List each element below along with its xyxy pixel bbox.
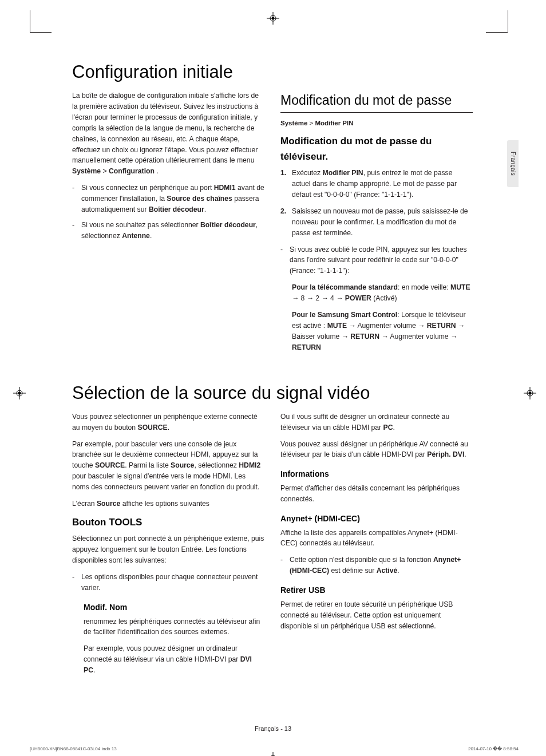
text: . [150, 232, 152, 240]
breadcrumb: Système > Modifier PIN [280, 118, 473, 129]
bold-mute: MUTE [450, 283, 470, 291]
breadcrumb-modifier-pin: Modifier PIN [315, 120, 353, 126]
bold-hdmi2: HDMI2 [239, 461, 260, 469]
informations-paragraph: Permet d'afficher des détails concernant… [280, 483, 473, 505]
bold-return: RETURN [292, 343, 321, 351]
remote-standard-paragraph: Pour la télécommande standard: en mode v… [280, 282, 473, 304]
bold-boitier-decodeur: Boîtier décodeur [200, 221, 256, 229]
text: , sélectionnez [194, 461, 239, 469]
bold-source: SOURCE [138, 423, 168, 432]
bold-periph-dvi: Périph. DVI [427, 450, 464, 458]
tools-note-list: Les options disponibles pour chaque conn… [72, 572, 264, 593]
source-screen-paragraph: L'écran Source affiche les options suiva… [72, 498, 264, 509]
page: Français Configuration initiale La boîte… [0, 0, 546, 756]
list-item: Si vous avez oublié le code PIN, appuyez… [290, 244, 473, 277]
list-item: Si vous ne souhaitez pas sélectionner Bo… [81, 220, 264, 242]
text: . [155, 167, 159, 175]
text: Par exemple, vous pouvez désigner un ord… [84, 644, 240, 663]
anynet-paragraph: Affiche la liste des appareils compatibl… [280, 528, 473, 549]
pc-paragraph: Ou il vous suffit de désigner un ordinat… [280, 411, 473, 433]
bold-source-chaines: Source des chaînes [167, 195, 232, 203]
modif-nom-heading: Modif. Nom [84, 601, 264, 614]
text: (Activé) [371, 294, 397, 302]
smart-control-paragraph: Pour le Samsung Smart Control: Lorsque l… [280, 310, 473, 353]
section1-columns: La boîte de dialogue de configuration in… [72, 90, 474, 359]
text: La boîte de dialogue de configuration in… [72, 92, 259, 164]
step-2: 2. Saisissez un nouveau mot de passe, pu… [292, 206, 473, 239]
tools-paragraph: Sélectionnez un port connecté à un périp… [72, 533, 264, 566]
bold-hdmi1: HDMI1 [214, 184, 236, 192]
step-1: 1. Exécutez Modifier PIN, puis entrez le… [292, 168, 473, 200]
bold-active: Activé [377, 567, 398, 575]
text: > [101, 167, 109, 175]
list-item: Cette option n'est disponible que si la … [290, 555, 473, 576]
step-number: 1. [280, 168, 286, 179]
registration-mark-icon [13, 387, 26, 399]
text: Cette option n'est disponible que si la … [290, 556, 433, 564]
language-tab-label: Français [510, 152, 516, 176]
registration-mark-icon [267, 752, 279, 756]
text: est définie sur [329, 567, 377, 575]
section2: Sélection de la source du signal vidéo V… [72, 383, 474, 682]
bold-power: POWER [345, 294, 371, 302]
section1-right-col: Modification du mot de passe Système > M… [280, 90, 473, 359]
registration-mark-icon [524, 387, 536, 399]
section2-title: Sélection de la source du signal vidéo [72, 383, 474, 403]
bold-source: Source [97, 500, 120, 508]
periph-dvi-paragraph: Vous pouvez aussi désigner un périphériq… [280, 439, 473, 461]
text: affiche les options suivantes [120, 500, 209, 508]
text: . [397, 567, 399, 575]
text: pour basculer le signal d'entrée vers le… [72, 472, 259, 491]
crop-mark [508, 10, 508, 32]
page-footer-center: Français - 13 [0, 725, 546, 732]
bold-source: SOURCE [95, 461, 125, 469]
password-heading: Modification du mot de passe [280, 90, 473, 113]
breadcrumb-system: Système [280, 120, 307, 126]
bold-antenne: Antenne [122, 232, 150, 240]
text: . Parmi la liste [125, 461, 171, 469]
bold-return: RETURN [427, 322, 456, 330]
tools-heading: Bouton TOOLS [72, 515, 264, 530]
text: . [204, 205, 206, 213]
retirer-usb-heading: Retirer USB [280, 584, 473, 597]
text: Si vous connectez un périphérique au por… [81, 184, 214, 192]
bold-source-list: Source [171, 461, 194, 469]
text: → 8 → 2 → 4 → [292, 294, 345, 302]
section1-title: Configuration initiale [72, 62, 474, 82]
modif-nom-paragraph: renommez les périphériques connectés au … [84, 616, 264, 638]
text: > [307, 120, 315, 126]
text: → Augmenter volume → [379, 333, 457, 341]
content-area: Configuration initiale La boîte de dialo… [72, 62, 474, 682]
crop-mark [30, 10, 30, 32]
menu-path-configuration: Configuration [109, 167, 155, 175]
section1-bullet-list: Si vous connectez un périphérique au por… [72, 183, 264, 242]
text: . [393, 423, 394, 432]
anynet-note-list: Cette option n'est disponible que si la … [280, 555, 473, 576]
section2-columns: Vous pouvez sélectionner un périphérique… [72, 411, 474, 682]
bold-modifier-pin: Modifier PIN [323, 169, 363, 177]
retirer-usb-paragraph: Permet de retirer en toute sécurité un p… [280, 599, 473, 632]
section2-right-col: Ou il vous suffit de désigner un ordinat… [280, 411, 473, 682]
registration-mark-icon [267, 12, 279, 25]
text: . [464, 450, 466, 458]
bold-boitier-decodeur: Boîtier décodeur [149, 205, 204, 213]
crop-mark [30, 32, 52, 33]
pin-reset-list: Si vous avez oublié le code PIN, appuyez… [280, 244, 473, 277]
bold-return: RETURN [350, 333, 379, 341]
section1-left-col: La boîte de dialogue de configuration in… [72, 90, 264, 359]
intro-paragraph: La boîte de dialogue de configuration in… [72, 90, 264, 177]
bold-samsung-smart-control: Pour le Samsung Smart Control [292, 311, 397, 319]
modif-nom-block: Modif. Nom renommez les périphériques co… [72, 601, 264, 676]
source-paragraph: Vous pouvez sélectionner un périphérique… [72, 411, 264, 433]
anynet-heading: Anynet+ (HDMI-CEC) [280, 513, 473, 525]
step-number: 2. [280, 206, 286, 217]
page-footer-right: 2014-07-10 �� 8:58:54 [468, 746, 519, 751]
bold-pc: PC [383, 423, 393, 432]
text: Si vous ne souhaitez pas sélectionner [81, 221, 200, 229]
password-subheading: Modification du mot de passe du télévise… [280, 134, 473, 164]
text: → Augmenter volume → [347, 322, 427, 330]
text: . [168, 423, 169, 432]
bold-remote-standard: Pour la télécommande standard [292, 283, 398, 291]
dvi-pc-paragraph: Par exemple, vous pouvez désigner un ord… [84, 643, 264, 676]
text: Exécutez [292, 169, 323, 177]
